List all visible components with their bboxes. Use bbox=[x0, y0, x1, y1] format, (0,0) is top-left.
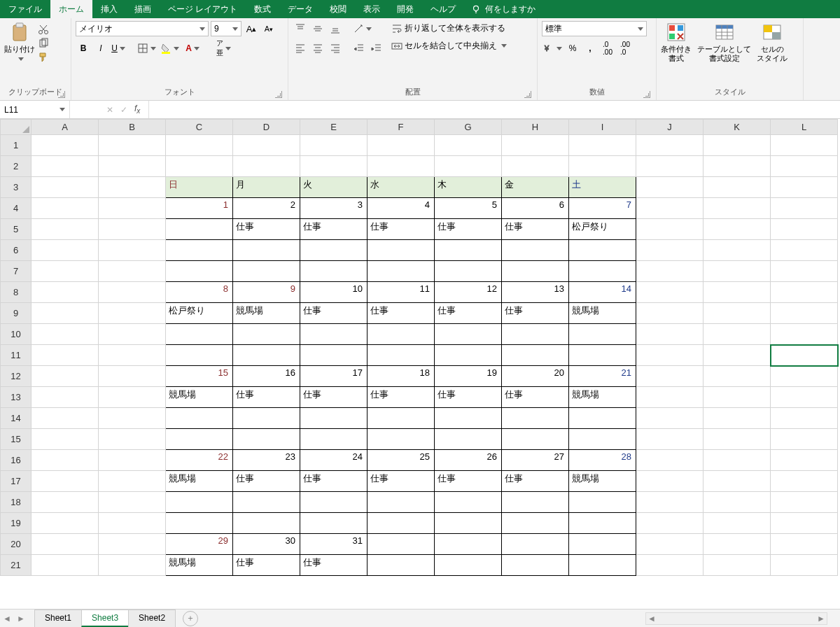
cell[interactable] bbox=[704, 303, 771, 324]
cell[interactable] bbox=[569, 135, 636, 156]
cell[interactable] bbox=[704, 177, 771, 198]
cell[interactable] bbox=[636, 492, 704, 513]
cell[interactable] bbox=[636, 345, 704, 366]
cell[interactable]: 競馬場 bbox=[569, 303, 636, 324]
cell[interactable]: 16 bbox=[233, 366, 300, 387]
cell[interactable] bbox=[31, 303, 99, 324]
cell[interactable]: 仕事 bbox=[300, 219, 368, 240]
cell[interactable]: 18 bbox=[368, 366, 435, 387]
cell[interactable] bbox=[31, 282, 99, 303]
cell[interactable]: 3 bbox=[300, 198, 368, 219]
cell[interactable] bbox=[435, 429, 502, 450]
cell[interactable] bbox=[502, 492, 569, 513]
menu-tab-校閲[interactable]: 校閲 bbox=[321, 0, 355, 18]
menu-tab-ページ レイアウト[interactable]: ページ レイアウト bbox=[160, 0, 246, 18]
cell[interactable] bbox=[300, 429, 368, 450]
cell[interactable]: 19 bbox=[435, 366, 502, 387]
cell[interactable] bbox=[31, 408, 99, 429]
cell[interactable] bbox=[704, 492, 771, 513]
cell[interactable] bbox=[31, 366, 99, 387]
cell[interactable] bbox=[771, 135, 838, 156]
cell[interactable] bbox=[31, 324, 99, 345]
cell[interactable] bbox=[99, 471, 166, 492]
cell[interactable] bbox=[771, 345, 838, 366]
menu-tab-ヘルプ[interactable]: ヘルプ bbox=[422, 0, 464, 18]
cell[interactable]: 11 bbox=[368, 282, 435, 303]
cell[interactable] bbox=[502, 156, 569, 177]
column-header[interactable]: A bbox=[31, 120, 99, 135]
cell[interactable]: 金 bbox=[502, 177, 569, 198]
cell[interactable] bbox=[502, 135, 569, 156]
cell[interactable] bbox=[771, 408, 838, 429]
bold-button[interactable]: B bbox=[76, 41, 91, 56]
dialog-launcher-icon[interactable] bbox=[58, 91, 65, 98]
cell[interactable] bbox=[300, 408, 368, 429]
cell[interactable]: 松戸祭り bbox=[166, 303, 233, 324]
select-all-corner[interactable] bbox=[1, 120, 31, 135]
cell[interactable]: 競馬場 bbox=[166, 471, 233, 492]
row-header[interactable]: 13 bbox=[1, 387, 31, 408]
cell[interactable]: 仕事 bbox=[368, 471, 435, 492]
cell[interactable] bbox=[435, 513, 502, 534]
cell[interactable] bbox=[368, 555, 435, 576]
cell[interactable] bbox=[368, 261, 435, 282]
cell[interactable]: 仕事 bbox=[435, 471, 502, 492]
decrease-font-icon[interactable]: A▾ bbox=[261, 21, 276, 36]
cell[interactable]: 競馬場 bbox=[569, 471, 636, 492]
cell[interactable] bbox=[771, 366, 838, 387]
cell[interactable] bbox=[771, 429, 838, 450]
cell[interactable] bbox=[569, 429, 636, 450]
cell[interactable] bbox=[233, 156, 300, 177]
cell[interactable] bbox=[704, 240, 771, 261]
cell[interactable] bbox=[502, 534, 569, 555]
cell[interactable] bbox=[569, 261, 636, 282]
tell-me[interactable]: 何をしますか bbox=[464, 0, 542, 18]
cell[interactable] bbox=[368, 156, 435, 177]
align-bottom-icon[interactable] bbox=[328, 21, 343, 36]
cell[interactable] bbox=[99, 450, 166, 471]
cell[interactable] bbox=[99, 492, 166, 513]
cell[interactable] bbox=[233, 492, 300, 513]
cell[interactable] bbox=[771, 198, 838, 219]
cell[interactable] bbox=[233, 429, 300, 450]
cell[interactable] bbox=[233, 408, 300, 429]
cell[interactable]: 火 bbox=[300, 177, 368, 198]
cell[interactable] bbox=[31, 429, 99, 450]
cell[interactable] bbox=[31, 240, 99, 261]
cell[interactable] bbox=[636, 534, 704, 555]
cell[interactable]: 木 bbox=[435, 177, 502, 198]
cell[interactable]: 仕事 bbox=[233, 387, 300, 408]
cell[interactable] bbox=[99, 156, 166, 177]
row-header[interactable]: 1 bbox=[1, 135, 31, 156]
cell[interactable]: 22 bbox=[166, 450, 233, 471]
cell[interactable]: 仕事 bbox=[435, 219, 502, 240]
cell[interactable] bbox=[771, 240, 838, 261]
phonetic-button[interactable]: ア亜 bbox=[213, 41, 234, 56]
cell[interactable] bbox=[704, 471, 771, 492]
cell[interactable]: 土 bbox=[569, 177, 636, 198]
cell[interactable]: 仕事 bbox=[233, 471, 300, 492]
cell[interactable]: 月 bbox=[233, 177, 300, 198]
cell[interactable] bbox=[435, 345, 502, 366]
cell[interactable]: 仕事 bbox=[502, 303, 569, 324]
cell[interactable] bbox=[636, 282, 704, 303]
menu-tab-表示[interactable]: 表示 bbox=[355, 0, 388, 18]
cell[interactable] bbox=[569, 534, 636, 555]
row-header[interactable]: 6 bbox=[1, 240, 31, 261]
cell[interactable] bbox=[771, 513, 838, 534]
cell[interactable] bbox=[31, 156, 99, 177]
horizontal-scrollbar[interactable]: ◄► bbox=[645, 612, 827, 625]
cell[interactable] bbox=[300, 324, 368, 345]
cell[interactable] bbox=[704, 513, 771, 534]
cell[interactable] bbox=[166, 156, 233, 177]
cell[interactable]: 競馬場 bbox=[166, 555, 233, 576]
increase-font-icon[interactable]: A▴ bbox=[244, 21, 259, 36]
cell[interactable] bbox=[771, 219, 838, 240]
cell[interactable] bbox=[636, 177, 704, 198]
menu-tab-データ[interactable]: データ bbox=[279, 0, 321, 18]
cell[interactable] bbox=[31, 450, 99, 471]
cell[interactable] bbox=[704, 261, 771, 282]
cell[interactable] bbox=[569, 513, 636, 534]
cell[interactable]: 8 bbox=[166, 282, 233, 303]
cell[interactable] bbox=[99, 345, 166, 366]
